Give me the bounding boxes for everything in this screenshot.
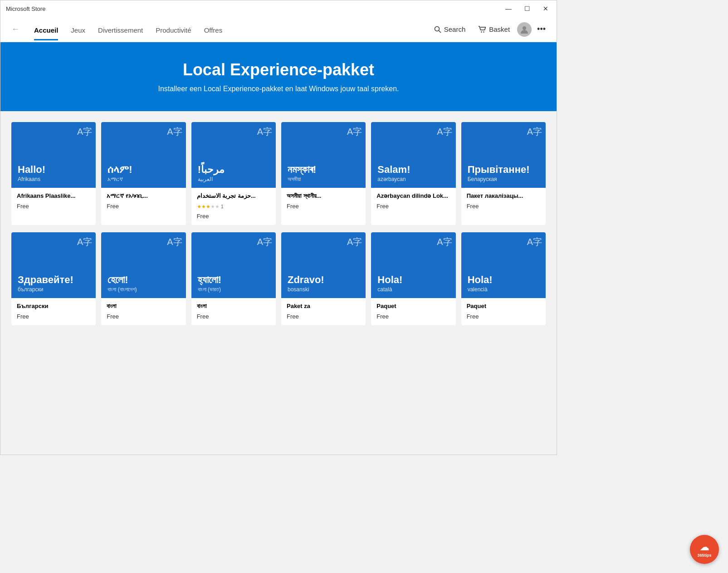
card-title: Пакет лакалізацы... [467, 192, 540, 200]
maximize-button[interactable]: ☐ [522, 4, 533, 13]
card-image: A字 হেলো! বাংলা (বাংলাদেশ) [101, 232, 186, 298]
app-card[interactable]: A字 Прывітанне! Беларуская Пакет лакаліза… [461, 122, 546, 225]
card-greeting: Hallo! [18, 164, 45, 175]
svg-point-0 [435, 26, 439, 31]
card-language: azərbaycan [377, 176, 406, 182]
app-card[interactable]: A字 Здравейте! български Български Free [11, 232, 96, 325]
language-icon: A字 [77, 236, 92, 248]
nav-divertissement[interactable]: Divertissement [93, 18, 148, 40]
card-title: বাংলা [107, 303, 180, 310]
card-title: বাংলা [197, 303, 270, 310]
card-image: A字 Zdravo! bosanski [281, 232, 366, 298]
app-card[interactable]: A字 Hola! català Paquet Free [371, 232, 455, 325]
card-price: Free [287, 313, 360, 320]
card-price: Free [17, 313, 90, 320]
cards-row-2: A字 Здравейте! български Български Free A… [11, 232, 546, 325]
user-avatar[interactable] [517, 22, 532, 37]
card-greeting: হেলো! [107, 274, 128, 285]
card-price: Free [197, 313, 270, 320]
card-language: العربية [198, 176, 213, 182]
card-info: Пакет лакалізацы... Free [461, 188, 546, 215]
basket-button[interactable]: Basket [473, 23, 515, 36]
language-icon: A字 [167, 126, 182, 138]
app-card[interactable]: A字 Salam! azərbaycan Azərbaycan dilində … [371, 122, 455, 225]
card-info: Paket za Free [281, 298, 366, 325]
nav-productivite[interactable]: Productivité [150, 18, 196, 40]
card-greeting: Zdravo! [288, 274, 324, 285]
avatar-icon [519, 24, 529, 34]
card-info: Български Free [11, 298, 96, 325]
card-price: Free [107, 313, 180, 320]
app-card[interactable]: A字 হেলো! বাংলা (বাংলাদেশ) বাংলা Free [101, 232, 186, 325]
card-greeting: Прывітанне! [468, 164, 530, 175]
card-title: Afrikaans Plaaslike... [17, 192, 90, 200]
card-info: Paquet Free [371, 298, 455, 325]
app-card[interactable]: A字 Hallo! Afrikaans Afrikaans Plaaslike.… [11, 122, 96, 225]
card-info: Azərbaycan dilində Lok... Free [371, 188, 455, 215]
card-image: A字 ሰላም! አማርኛ [101, 122, 186, 188]
svg-line-1 [439, 30, 441, 33]
card-greeting: Здравейте! [18, 274, 73, 285]
card-greeting: !مرحباً [198, 164, 225, 175]
card-info: Paquet Free [461, 298, 546, 325]
app-card[interactable]: A字 হ্যালো! বাংলা (ভারত) বাংলা Free [191, 232, 276, 325]
card-image: A字 নমস্কাৰ! অসমীয়া [281, 122, 366, 188]
card-price: Free [376, 203, 450, 210]
language-icon: A字 [77, 126, 92, 138]
card-language: valencià [468, 286, 488, 293]
card-image: A字 Hola! català [371, 232, 455, 298]
card-title: অসমীয়া স্থানীয়... [287, 192, 360, 200]
card-price: Free [287, 203, 360, 210]
card-image: A字 Hola! valencià [461, 232, 546, 298]
card-info: አማርኛ የአካባቢ... Free [101, 188, 186, 215]
card-title: Paket za [287, 303, 360, 310]
card-info: حزمة تجربة الاستخدام... ★★★★★ 1 Free [191, 188, 276, 225]
language-icon: A字 [437, 126, 452, 138]
app-card[interactable]: A字 Zdravo! bosanski Paket za Free [281, 232, 366, 325]
app-card[interactable]: A字 ሰላም! አማርኛ አማርኛ የአካባቢ... Free [101, 122, 186, 225]
card-title: አማርኛ የአካባቢ... [107, 192, 180, 200]
nav-jeux[interactable]: Jeux [65, 18, 91, 40]
card-price: Free [107, 203, 180, 210]
hero-banner: Local Experience-pakket Installeer een L… [0, 42, 557, 111]
card-greeting: Hola! [377, 274, 402, 285]
nav-accueil[interactable]: Accueil [29, 18, 64, 40]
card-image: A字 Hallo! Afrikaans [11, 122, 96, 188]
basket-icon [478, 26, 486, 33]
language-icon: A字 [437, 236, 452, 248]
minimize-button[interactable]: — [503, 4, 514, 13]
app-title: Microsoft Store [6, 5, 45, 12]
svg-point-3 [484, 31, 484, 32]
language-icon: A字 [347, 126, 362, 138]
card-title: Български [17, 303, 90, 310]
basket-label: Basket [489, 25, 510, 33]
card-price: Free [467, 203, 540, 210]
close-button[interactable]: ✕ [540, 4, 551, 13]
card-image: A字 Здравейте! български [11, 232, 96, 298]
svg-point-2 [481, 31, 482, 32]
search-button[interactable]: Search [429, 23, 471, 36]
app-card[interactable]: A字 !مرحباً العربية حزمة تجربة الاستخدام.… [191, 122, 276, 225]
card-title: Paquet [467, 303, 540, 310]
card-image: A字 Прывітанне! Беларуская [461, 122, 546, 188]
title-bar: Microsoft Store — ☐ ✕ [0, 0, 557, 17]
search-label: Search [444, 25, 466, 33]
card-language: Беларуская [468, 176, 497, 182]
card-price: Free [197, 213, 270, 220]
nav-offres[interactable]: Offres [199, 18, 228, 40]
svg-point-4 [523, 26, 526, 30]
card-title: Paquet [376, 303, 450, 310]
hero-title: Local Experience-pakket [10, 60, 547, 79]
content-area: A字 Hallo! Afrikaans Afrikaans Plaaslike.… [0, 111, 557, 325]
app-card[interactable]: A字 নমস্কাৰ! অসমীয়া অসমীয়া স্থানীয়... … [281, 122, 366, 225]
card-info: Afrikaans Plaaslike... Free [11, 188, 96, 215]
language-icon: A字 [257, 126, 272, 138]
more-button[interactable]: ••• [533, 22, 549, 37]
card-greeting: Salam! [377, 164, 410, 175]
app-card[interactable]: A字 Hola! valencià Paquet Free [461, 232, 546, 325]
search-icon [434, 26, 441, 33]
nav-bar: ← Accueil Jeux Divertissement Productivi… [0, 17, 557, 42]
card-language: Afrikaans [18, 176, 40, 182]
card-image: A字 Salam! azərbaycan [371, 122, 455, 188]
back-button[interactable]: ← [8, 22, 23, 37]
